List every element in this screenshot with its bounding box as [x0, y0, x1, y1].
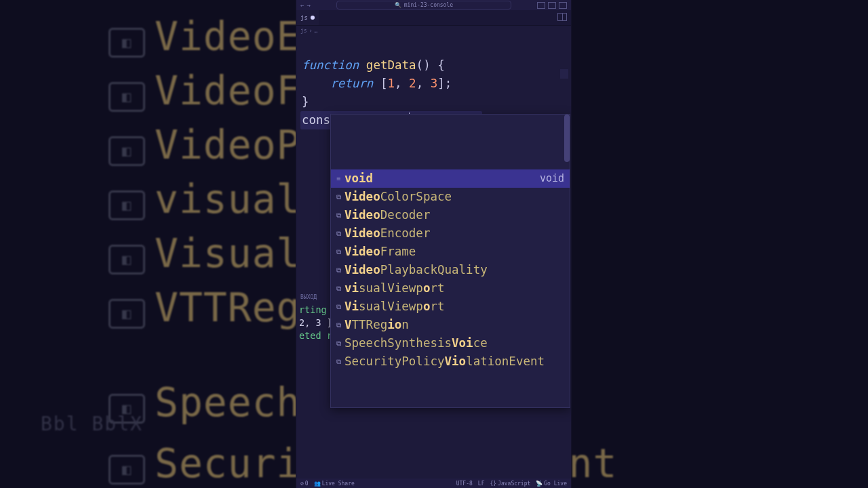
- brace-open: {: [431, 58, 445, 72]
- fn-parens: (): [416, 58, 431, 72]
- num-3: 3: [431, 77, 438, 90]
- autocomplete-detail: void: [540, 169, 564, 188]
- autocomplete-label: SpeechSynthesisVoice: [344, 334, 564, 352]
- panel-tab-output[interactable]: ВЫХОД: [300, 294, 317, 300]
- status-eol[interactable]: LF: [478, 481, 485, 487]
- autocomplete-label: VisualViewport: [344, 298, 564, 316]
- autocomplete-item[interactable]: ⧉VideoFrame: [331, 243, 570, 261]
- editor-window: ← → 🔍 mini-23-console js js › … function…: [296, 0, 571, 488]
- autocomplete-item[interactable]: ⧉VideoColorSpace: [331, 188, 570, 206]
- autocomplete-item[interactable]: ⧉VideoDecoder: [331, 206, 570, 224]
- autocomplete-label: visualViewport: [344, 279, 564, 298]
- breadcrumb[interactable]: js › …: [296, 26, 571, 35]
- autocomplete-label: VideoDecoder: [344, 206, 564, 224]
- breadcrumb-sep-icon: ›: [309, 28, 313, 34]
- layout-right-icon[interactable]: [559, 2, 567, 9]
- autocomplete-item[interactable]: ⧉VTTRegion: [331, 316, 570, 334]
- tab-bar: js: [296, 10, 571, 26]
- autocomplete-item[interactable]: ⧉SecurityPolicyViolationEvent: [331, 352, 570, 371]
- breadcrumb-file: js: [300, 28, 307, 34]
- num-1: 1: [387, 77, 395, 90]
- status-bar: ⊘ 0 👥 Live Share UTF-8 LF {} JavaScript …: [296, 479, 571, 488]
- variable-icon: ⧉: [334, 279, 343, 298]
- keyword-icon: ≡: [334, 169, 343, 188]
- autocomplete-scrollbar[interactable]: [564, 115, 570, 407]
- command-center[interactable]: 🔍 mini-23-console: [336, 1, 511, 9]
- variable-icon: ⧉: [334, 261, 343, 279]
- autocomplete-item[interactable]: ⧉VideoEncoder: [331, 224, 570, 243]
- arr-open: [: [373, 77, 387, 90]
- autocomplete-label: VideoFrame: [344, 243, 564, 261]
- out-line2: 2, 3 ]: [299, 317, 332, 328]
- split-editor-icon[interactable]: [557, 13, 567, 21]
- out-line1a: rting: [299, 304, 332, 315]
- nav-back-icon[interactable]: ←: [300, 2, 304, 9]
- autocomplete-label: VideoEncoder: [344, 224, 564, 243]
- autocomplete-label: void: [344, 169, 540, 188]
- minimap[interactable]: [560, 69, 568, 79]
- command-center-text: mini-23-console: [404, 2, 453, 8]
- variable-icon: ⧉: [334, 334, 343, 352]
- brace-close: }: [302, 95, 309, 108]
- autocomplete-item[interactable]: ⧉SpeechSynthesisVoice: [331, 334, 570, 352]
- autocomplete-label: VideoColorSpace: [344, 188, 564, 206]
- variable-icon: ⧉: [334, 206, 343, 224]
- layout-controls: [537, 2, 567, 9]
- nav-arrows: ← →: [300, 2, 311, 9]
- autocomplete-item[interactable]: ⧉visualViewport: [331, 279, 570, 298]
- variable-icon: ⧉: [334, 188, 343, 206]
- backdrop-status: Bbl BblX: [41, 413, 143, 435]
- status-go-live[interactable]: 📡 Go Live: [536, 481, 567, 487]
- status-encoding[interactable]: UTF-8: [456, 481, 473, 487]
- tab-filename: js: [300, 14, 308, 21]
- fn-name: getData: [366, 58, 416, 72]
- autocomplete-item[interactable]: ≡voidvoid: [331, 169, 570, 188]
- titlebar: ← → 🔍 mini-23-console: [296, 0, 571, 10]
- code-editor[interactable]: function getData() { return [1, 2, 3]; }…: [296, 35, 571, 221]
- search-icon: 🔍: [395, 2, 401, 8]
- variable-icon: ⧉: [334, 224, 343, 243]
- status-live-share[interactable]: 👥 Live Share: [314, 481, 355, 487]
- autocomplete-label: SecurityPolicyViolationEvent: [344, 352, 564, 371]
- status-errors[interactable]: ⊘ 0: [300, 481, 309, 487]
- num-2: 2: [409, 77, 416, 90]
- variable-icon: ⧉: [334, 316, 343, 334]
- autocomplete-label: VTTRegion: [344, 316, 564, 334]
- breadcrumb-rest: …: [314, 28, 317, 34]
- status-language[interactable]: {} JavaScript: [490, 481, 530, 487]
- kw-function: function: [302, 58, 359, 72]
- layout-left-icon[interactable]: [537, 2, 545, 9]
- nav-forward-icon[interactable]: →: [307, 2, 310, 9]
- variable-icon: ⧉: [334, 352, 343, 371]
- variable-icon: ⧉: [334, 243, 343, 261]
- autocomplete-popup: ≡voidvoid⧉VideoColorSpace⧉VideoDecoder⧉V…: [330, 114, 570, 408]
- layout-bottom-icon[interactable]: [548, 2, 556, 9]
- variable-icon: ⧉: [334, 298, 343, 316]
- arr-close: ];: [437, 77, 452, 90]
- autocomplete-item[interactable]: ⧉VideoPlaybackQuality: [331, 261, 570, 279]
- unsaved-dot-icon: [311, 16, 315, 20]
- kw-return: return: [330, 77, 373, 90]
- autocomplete-label: VideoPlaybackQuality: [344, 261, 564, 279]
- tab-index-js[interactable]: js: [296, 10, 319, 25]
- autocomplete-item[interactable]: ⧉VisualViewport: [331, 298, 570, 316]
